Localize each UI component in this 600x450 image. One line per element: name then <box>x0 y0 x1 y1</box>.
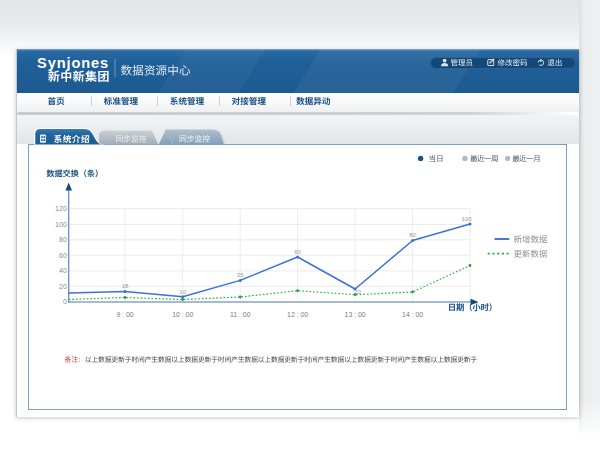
svg-text:9 : 00: 9 : 00 <box>116 311 133 318</box>
svg-text:Synjones: Synjones <box>37 55 109 71</box>
svg-text:20: 20 <box>59 283 67 290</box>
svg-text:13 : 00: 13 : 00 <box>345 311 366 318</box>
svg-text:100: 100 <box>461 216 472 222</box>
svg-text:35: 35 <box>237 272 244 278</box>
svg-text:80: 80 <box>59 236 67 243</box>
svg-text:10: 10 <box>179 289 186 295</box>
svg-text:18: 18 <box>122 283 129 289</box>
svg-text:100: 100 <box>55 221 67 228</box>
svg-text:0: 0 <box>63 298 67 305</box>
svg-text:12 : 00: 12 : 00 <box>287 311 308 318</box>
svg-text:14 : 00: 14 : 00 <box>402 311 423 318</box>
svg-text:80: 80 <box>409 232 416 238</box>
svg-text:40: 40 <box>59 267 67 274</box>
svg-text:10 : 00: 10 : 00 <box>172 311 193 318</box>
svg-text:60: 60 <box>59 252 67 259</box>
svg-text:60: 60 <box>294 249 301 255</box>
svg-text:10: 10 <box>354 289 361 295</box>
svg-text:11 : 00: 11 : 00 <box>230 311 251 318</box>
svg-text:120: 120 <box>55 205 67 212</box>
